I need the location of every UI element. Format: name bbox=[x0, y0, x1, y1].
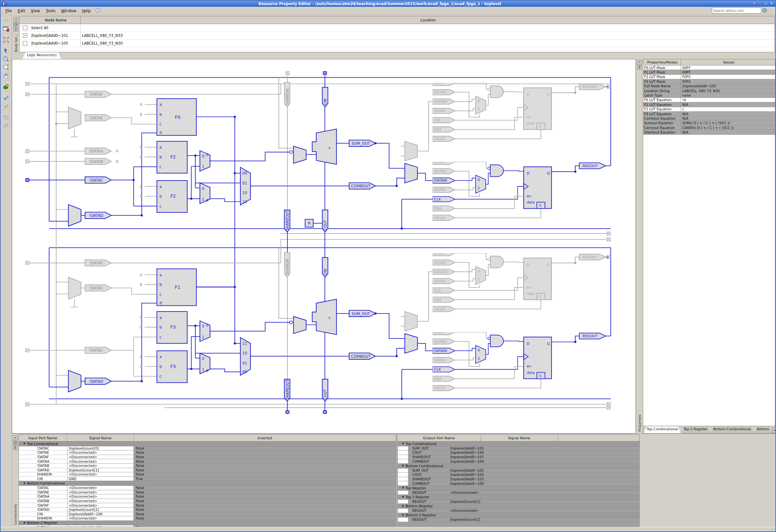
table-row[interactable]: SHAREIN<Disconnected>False bbox=[19, 516, 396, 521]
signal-name[interactable]: <Disconnected> bbox=[67, 451, 134, 455]
check-icon[interactable] bbox=[2, 94, 10, 102]
input-mux[interactable] bbox=[68, 107, 81, 137]
prop-value[interactable]: c bbox=[681, 107, 775, 111]
table-row[interactable]: F3 LUT EquationN/A bbox=[643, 112, 775, 116]
table-row[interactable]: F1 LUT EquationN/A bbox=[643, 102, 775, 107]
inverted-value[interactable]: False bbox=[134, 464, 396, 468]
combout-arrow[interactable]: COMBOUT bbox=[349, 183, 375, 189]
tab-top-combinational[interactable]: Top Combinational bbox=[644, 426, 681, 433]
fit-selection-icon[interactable] bbox=[2, 36, 10, 44]
expand-icon[interactable]: ▼ bbox=[402, 514, 404, 517]
inverted-value[interactable]: False bbox=[134, 451, 396, 455]
column-input-port[interactable]: Input Port Name bbox=[19, 435, 67, 441]
prop-value[interactable]: 00FF bbox=[681, 65, 775, 69]
pin-icon[interactable] bbox=[13, 27, 18, 32]
maximize-button[interactable]: □ bbox=[764, 2, 768, 6]
column-inverted[interactable]: Inverted bbox=[134, 435, 396, 441]
column-properties-modes[interactable]: Properties/Modes bbox=[643, 59, 681, 65]
float-icon[interactable] bbox=[13, 440, 18, 445]
table-row[interactable]: COMBOUT|toplevel|Add0~104 bbox=[397, 459, 639, 464]
port-datac[interactable]: !DATAC bbox=[85, 177, 111, 183]
minimize-button[interactable]: – bbox=[758, 2, 762, 6]
tab-bottom[interactable]: Bottom bbox=[754, 426, 772, 433]
table-row[interactable]: F0 LUT Mask00FF bbox=[643, 65, 775, 70]
input-mux[interactable] bbox=[68, 205, 81, 226]
signal-name[interactable]: <Disconnected> bbox=[67, 495, 134, 499]
sharein-tag[interactable]: SHAREIN bbox=[284, 252, 290, 277]
close-button[interactable]: ✕ bbox=[769, 2, 774, 6]
table-row[interactable]: Full Node Name|toplevel|Add0~105 bbox=[643, 84, 775, 88]
table-row[interactable]: SHAREIN<Disconnected>False bbox=[19, 472, 396, 477]
signal-name[interactable]: <Disconnected> bbox=[67, 490, 134, 495]
lut-f1[interactable]: ab cd F1 AB bbox=[140, 269, 196, 306]
signal-name[interactable]: <Disconnected> bbox=[67, 455, 134, 460]
table-row[interactable]: !DATAF<Disconnected>False bbox=[19, 455, 396, 460]
table-row[interactable]: Shareout EquationN/A bbox=[643, 130, 775, 135]
group-row[interactable]: ▼Bottom 2 Register bbox=[19, 521, 396, 526]
inverted-value[interactable]: False bbox=[134, 472, 396, 477]
r-box[interactable]: R bbox=[305, 219, 313, 227]
column-signal[interactable]: Signal Name bbox=[67, 435, 134, 441]
mux-2to1[interactable]: 0 1d bbox=[200, 183, 210, 203]
cout-tag[interactable]: COUT bbox=[323, 210, 328, 232]
inverted-value[interactable]: False bbox=[134, 455, 396, 460]
adder[interactable]: + bbox=[312, 129, 337, 164]
regin-mux[interactable] bbox=[405, 334, 417, 353]
table-row[interactable]: !DATAE<Disconnected>False bbox=[19, 451, 396, 455]
pin-icon[interactable] bbox=[637, 65, 642, 69]
group-row[interactable]: ▼Top Combinational bbox=[397, 441, 639, 446]
port-datab[interactable]: !DATABB bbox=[85, 158, 119, 165]
menu-view[interactable]: View bbox=[28, 8, 43, 14]
table-row[interactable]: !DATAB<Disconnected>False bbox=[19, 464, 396, 468]
input-mux[interactable] bbox=[68, 370, 81, 392]
port-dataf[interactable]: !DATAF bbox=[85, 260, 111, 266]
tab-scroll-left-icon[interactable]: ◄ bbox=[772, 427, 776, 433]
xor-mux[interactable] bbox=[294, 316, 306, 334]
inverted-value[interactable]: False bbox=[134, 508, 396, 512]
expand-icon[interactable]: ▼ bbox=[23, 442, 25, 445]
table-row[interactable]: SHAREOUT|toplevel|Add0~103 bbox=[397, 477, 639, 482]
pin-icon[interactable] bbox=[13, 446, 18, 450]
group-row[interactable]: ▼Bottom Combinational bbox=[397, 464, 639, 469]
table-row[interactable]: REGOUT<Disconnected> bbox=[397, 509, 639, 513]
table-row[interactable]: Location StringLABCELL_X80_Y3_N30 bbox=[643, 88, 775, 93]
signal-name[interactable]: |toplevel|count[2] bbox=[67, 508, 134, 512]
table-row[interactable]: !DATAD|toplevel|count[2]False bbox=[19, 508, 396, 512]
expand-icon[interactable]: ▼ bbox=[23, 482, 25, 485]
close-icon[interactable]: ✕ bbox=[637, 60, 642, 64]
tab-logic-resources[interactable]: Logic Resource(s) bbox=[22, 52, 61, 59]
table-row[interactable]: REGOUT<Disconnected> bbox=[397, 491, 639, 495]
port-dataf[interactable]: !DATAF bbox=[85, 91, 111, 98]
mux-2to1[interactable]: 0d 1 bbox=[200, 151, 210, 171]
table-row[interactable]: Sumout EquationSUM(( D ) + ( C ) + ( !VC… bbox=[643, 121, 775, 126]
bird-tool-icon[interactable] bbox=[2, 83, 10, 91]
mux-2to1[interactable]: 0 1d bbox=[200, 353, 210, 374]
inverted-value[interactable]: False bbox=[134, 459, 396, 464]
signal-name[interactable]: <Disconnected> bbox=[67, 459, 134, 464]
table-row[interactable]: F3 LUT MaskF0F0 bbox=[643, 79, 775, 84]
table-row[interactable]: !DATAF<Disconnected>False bbox=[19, 503, 396, 508]
group-row[interactable]: ▼Top Combinational bbox=[19, 441, 396, 446]
table-row[interactable]: COUT|toplevel|Add0~106 bbox=[397, 451, 639, 455]
menu-tools[interactable]: Tools bbox=[43, 8, 58, 14]
pan-tool-icon[interactable] bbox=[2, 72, 10, 79]
signal-name[interactable]: GND bbox=[67, 477, 134, 481]
close-icon[interactable]: ✕ bbox=[13, 17, 18, 21]
table-row[interactable]: Carryout EquationCARRY(( D ) + ( C ) + (… bbox=[643, 126, 775, 130]
table-row[interactable]: !DATAC|toplevel|count[0]False bbox=[19, 446, 396, 451]
regin-mux[interactable] bbox=[405, 141, 417, 161]
inverted-value[interactable]: False bbox=[134, 486, 396, 490]
expand-icon[interactable]: ▼ bbox=[23, 521, 25, 524]
table-row[interactable]: REGOUT|toplevel|count[1] bbox=[397, 500, 639, 504]
expand-icon[interactable]: ▼ bbox=[402, 495, 404, 498]
table-row[interactable]: F2 LUT MaskF0F0 bbox=[643, 75, 775, 79]
prop-value[interactable]: F0F0 bbox=[681, 75, 775, 79]
close-icon[interactable]: ✕ bbox=[13, 435, 18, 440]
sharein-tag[interactable]: SHAREIN bbox=[284, 82, 290, 107]
prop-value[interactable]: !d bbox=[681, 98, 775, 102]
table-row[interactable]: F0 LUT Equation!d bbox=[643, 98, 775, 102]
signal-name[interactable]: <Disconnected> bbox=[67, 464, 134, 468]
port-datae[interactable]: !DATAE bbox=[85, 115, 111, 121]
cin-tag[interactable]: CIN bbox=[323, 87, 328, 107]
table-row[interactable]: SUM_OUT|toplevel|Add0~101 bbox=[397, 469, 639, 473]
